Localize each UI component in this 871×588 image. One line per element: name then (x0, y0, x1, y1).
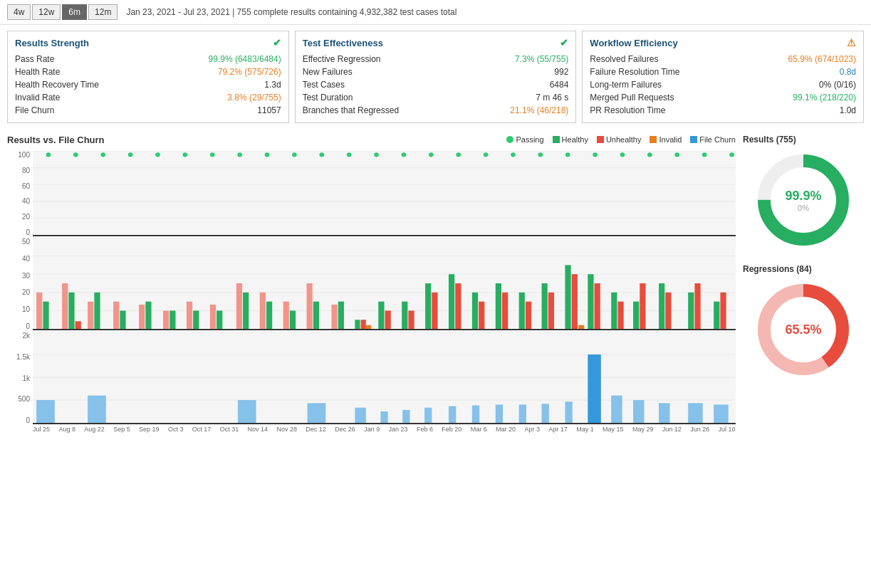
svg-rect-92 (665, 293, 671, 329)
svg-rect-51 (210, 305, 216, 329)
svg-rect-104 (308, 403, 326, 423)
pass-rate-svg (33, 151, 736, 235)
legend-unhealthy-label: Unhealthy (606, 135, 642, 144)
svg-point-25 (593, 152, 598, 157)
longterm-failures-value: 0% (0/16) (819, 80, 856, 90)
health-recovery-value: 1.3d (264, 80, 281, 90)
svg-rect-74 (472, 293, 478, 329)
svg-rect-50 (193, 310, 199, 329)
time-button-group: 4w 12w 6m 12m (7, 4, 118, 20)
legend-passing-label: Passing (516, 135, 543, 144)
healthy-sq-icon (553, 136, 560, 143)
longterm-failures-row: Long-term Failures 0% (0/16) (590, 78, 856, 91)
svg-rect-60 (313, 302, 319, 329)
workflow-efficiency-title: Workflow Efficiency (590, 38, 677, 48)
svg-point-19 (429, 152, 434, 157)
time-btn-12m[interactable]: 12m (88, 4, 118, 20)
svg-rect-45 (139, 305, 145, 329)
svg-rect-72 (449, 274, 454, 329)
test-duration-row: Test Duration 7 m 46 s (303, 91, 569, 104)
invalid-rate-label: Invalid Rate (15, 93, 60, 103)
time-btn-6m[interactable]: 6m (62, 4, 87, 20)
health-bar-svg (33, 238, 736, 329)
failure-resolution-row: Failure Resolution Time 0.8d (590, 65, 856, 78)
svg-point-10 (183, 152, 188, 157)
svg-rect-95 (714, 302, 719, 329)
svg-rect-112 (519, 404, 526, 423)
time-btn-4w[interactable]: 4w (7, 4, 31, 20)
svg-rect-46 (145, 302, 151, 329)
results-donut-center: 99.9% 0% (785, 189, 821, 212)
svg-rect-47 (163, 310, 169, 329)
results-strength-card: Results Strength ✔ Pass Rate 99.9% (6483… (7, 31, 289, 123)
svg-rect-42 (94, 293, 100, 329)
svg-rect-67 (385, 310, 391, 329)
test-cases-value: 6484 (550, 80, 569, 90)
filechurn-sq-icon (690, 136, 697, 143)
resolved-failures-row: Resolved Failures 65.9% (674/1023) (590, 53, 856, 65)
svg-rect-90 (640, 283, 645, 329)
svg-point-29 (702, 152, 707, 157)
regressions-donut-percentage: 65.5% (785, 322, 821, 337)
test-duration-label: Test Duration (303, 93, 353, 103)
pass-rate-chart: 100 80 60 40 20 0 (7, 151, 736, 236)
svg-rect-117 (633, 400, 644, 423)
churn-chart-inner (33, 332, 736, 424)
svg-rect-111 (496, 404, 503, 423)
file-churn-value: 11057 (257, 105, 281, 115)
svg-rect-54 (243, 293, 249, 329)
svg-point-5 (46, 152, 51, 157)
effective-regression-value: 7.3% (55/755) (515, 54, 568, 64)
results-strength-check-icon: ✔ (273, 37, 281, 48)
date-range-label: Jan 23, 2021 - Jul 23, 2021 | 755 comple… (126, 7, 457, 17)
time-btn-12w[interactable]: 12w (32, 4, 61, 20)
pass-rate-row: Pass Rate 99.9% (6483/6484) (15, 53, 281, 65)
legend-filechurn-label: File Churn (699, 135, 736, 144)
merged-pr-label: Merged Pull Requests (590, 93, 674, 103)
failure-resolution-label: Failure Resolution Time (590, 67, 679, 77)
svg-point-8 (128, 152, 133, 157)
legend-unhealthy: Unhealthy (597, 135, 642, 144)
legend-healthy: Healthy (553, 135, 588, 144)
churn-svg (33, 332, 736, 423)
legend-invalid: Invalid (650, 135, 682, 144)
svg-point-6 (73, 152, 78, 157)
chart-left: Results vs. File Churn Passing Healthy U… (7, 135, 736, 433)
legend-healthy-label: Healthy (562, 135, 588, 144)
test-effectiveness-title: Test Effectiveness (303, 38, 383, 48)
svg-rect-115 (588, 355, 601, 423)
svg-rect-105 (355, 408, 365, 423)
svg-rect-70 (425, 283, 431, 329)
svg-rect-82 (565, 265, 570, 329)
health-bar-chart: 50 40 30 20 10 0 (7, 238, 736, 330)
svg-rect-59 (307, 283, 313, 329)
health-y-axis: 50 40 30 20 10 0 (7, 238, 33, 330)
svg-point-26 (620, 152, 625, 157)
svg-rect-94 (694, 283, 700, 329)
chart-area: Results vs. File Churn Passing Healthy U… (0, 129, 871, 439)
svg-rect-43 (113, 302, 119, 329)
svg-rect-64 (361, 320, 366, 329)
file-churn-row: File Churn 11057 (15, 104, 281, 117)
top-bar: 4w 12w 6m 12m Jan 23, 2021 - Jul 23, 202… (0, 0, 871, 25)
pass-rate-value: 99.9% (6483/6484) (209, 54, 281, 64)
svg-rect-83 (572, 274, 578, 329)
svg-rect-62 (338, 302, 344, 329)
svg-rect-71 (432, 293, 437, 329)
svg-rect-78 (519, 293, 525, 329)
svg-rect-41 (88, 302, 93, 329)
failure-resolution-value: 0.8d (840, 67, 856, 77)
legend-invalid-label: Invalid (659, 135, 682, 144)
test-duration-value: 7 m 46 s (536, 93, 568, 103)
new-failures-label: New Failures (303, 67, 353, 77)
svg-point-13 (265, 152, 270, 157)
workflow-efficiency-warn-icon: ⚠ (847, 37, 856, 48)
svg-rect-86 (595, 283, 600, 329)
workflow-efficiency-header: Workflow Efficiency ⚠ (590, 37, 856, 48)
test-effectiveness-header: Test Effectiveness ✔ (303, 37, 569, 48)
svg-rect-116 (611, 396, 622, 423)
svg-rect-106 (380, 411, 387, 423)
x-axis-labels: Jul 25 Aug 8 Aug 22 Sep 5 Sep 19 Oct 3 O… (7, 426, 736, 433)
svg-rect-81 (548, 293, 554, 329)
svg-rect-40 (75, 321, 81, 329)
